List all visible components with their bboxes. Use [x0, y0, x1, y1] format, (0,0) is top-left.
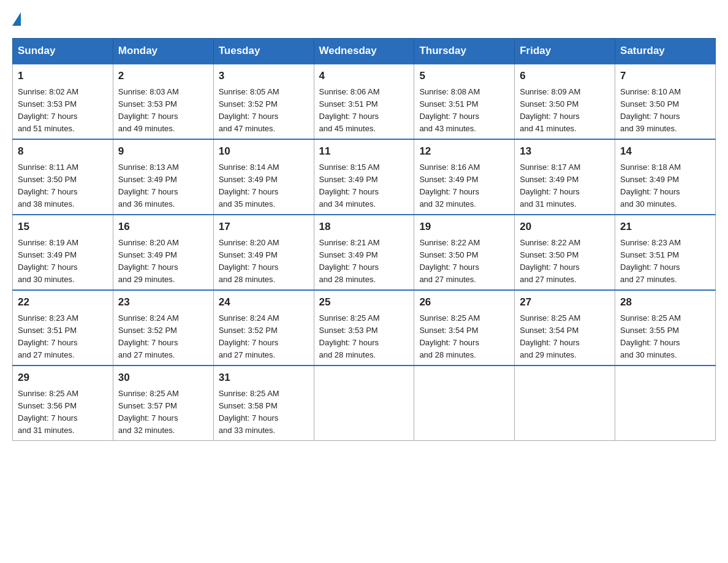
- day-number: 12: [419, 144, 509, 159]
- day-number: 19: [419, 219, 509, 235]
- day-number: 25: [319, 294, 409, 310]
- calendar-week-row: 22Sunrise: 8:23 AMSunset: 3:51 PMDayligh…: [13, 290, 716, 366]
- calendar-cell: 6Sunrise: 8:09 AMSunset: 3:50 PMDaylight…: [515, 64, 615, 139]
- day-info: Sunrise: 8:25 AMSunset: 3:54 PMDaylight:…: [419, 313, 480, 359]
- calendar-cell: 3Sunrise: 8:05 AMSunset: 3:52 PMDaylight…: [213, 64, 314, 139]
- day-info: Sunrise: 8:18 AMSunset: 3:49 PMDaylight:…: [620, 163, 681, 209]
- day-info: Sunrise: 8:03 AMSunset: 3:53 PMDaylight:…: [118, 87, 179, 133]
- day-info: Sunrise: 8:15 AMSunset: 3:49 PMDaylight:…: [319, 163, 380, 209]
- calendar-header-wednesday: Wednesday: [314, 39, 414, 64]
- day-number: 14: [620, 144, 710, 159]
- calendar-cell: 25Sunrise: 8:25 AMSunset: 3:53 PMDayligh…: [314, 290, 414, 366]
- calendar-cell: 4Sunrise: 8:06 AMSunset: 3:51 PMDaylight…: [314, 64, 414, 139]
- day-info: Sunrise: 8:09 AMSunset: 3:50 PMDaylight:…: [520, 87, 580, 133]
- calendar-cell: 17Sunrise: 8:20 AMSunset: 3:49 PMDayligh…: [213, 215, 314, 290]
- day-number: 8: [18, 144, 108, 159]
- calendar-header-thursday: Thursday: [414, 39, 515, 64]
- calendar-cell: 16Sunrise: 8:20 AMSunset: 3:49 PMDayligh…: [113, 215, 213, 290]
- day-number: 5: [419, 68, 509, 84]
- day-number: 6: [520, 68, 610, 84]
- calendar-cell: 20Sunrise: 8:22 AMSunset: 3:50 PMDayligh…: [515, 215, 615, 290]
- calendar-header-sunday: Sunday: [13, 39, 113, 64]
- day-number: 22: [18, 294, 108, 310]
- day-number: 26: [419, 294, 509, 310]
- day-info: Sunrise: 8:25 AMSunset: 3:55 PMDaylight:…: [620, 313, 681, 359]
- day-info: Sunrise: 8:23 AMSunset: 3:51 PMDaylight:…: [620, 238, 681, 284]
- day-number: 27: [520, 294, 610, 310]
- day-info: Sunrise: 8:13 AMSunset: 3:49 PMDaylight:…: [118, 163, 179, 209]
- calendar-cell: 30Sunrise: 8:25 AMSunset: 3:57 PMDayligh…: [113, 366, 213, 441]
- calendar-week-row: 29Sunrise: 8:25 AMSunset: 3:56 PMDayligh…: [13, 366, 716, 441]
- day-number: 2: [118, 68, 208, 84]
- page-header: [12, 12, 716, 26]
- calendar-cell: 13Sunrise: 8:17 AMSunset: 3:49 PMDayligh…: [515, 139, 615, 215]
- calendar-cell: 1Sunrise: 8:02 AMSunset: 3:53 PMDaylight…: [13, 64, 113, 139]
- calendar-cell: 29Sunrise: 8:25 AMSunset: 3:56 PMDayligh…: [13, 366, 113, 441]
- calendar-cell: 18Sunrise: 8:21 AMSunset: 3:49 PMDayligh…: [314, 215, 414, 290]
- day-info: Sunrise: 8:25 AMSunset: 3:58 PMDaylight:…: [219, 389, 279, 435]
- day-info: Sunrise: 8:08 AMSunset: 3:51 PMDaylight:…: [419, 87, 480, 133]
- calendar-cell: 10Sunrise: 8:14 AMSunset: 3:49 PMDayligh…: [213, 139, 314, 215]
- calendar-cell: 15Sunrise: 8:19 AMSunset: 3:49 PMDayligh…: [13, 215, 113, 290]
- day-number: 13: [520, 144, 610, 159]
- day-info: Sunrise: 8:22 AMSunset: 3:50 PMDaylight:…: [419, 238, 480, 284]
- day-number: 9: [118, 144, 208, 159]
- day-info: Sunrise: 8:23 AMSunset: 3:51 PMDaylight:…: [18, 313, 78, 359]
- calendar-cell: 22Sunrise: 8:23 AMSunset: 3:51 PMDayligh…: [13, 290, 113, 366]
- day-number: 21: [620, 219, 710, 235]
- day-number: 28: [620, 294, 710, 310]
- calendar-table: SundayMondayTuesdayWednesdayThursdayFrid…: [12, 38, 716, 441]
- calendar-header-monday: Monday: [113, 39, 213, 64]
- day-info: Sunrise: 8:24 AMSunset: 3:52 PMDaylight:…: [219, 313, 279, 359]
- day-number: 15: [18, 219, 108, 235]
- day-number: 1: [18, 68, 108, 84]
- day-info: Sunrise: 8:25 AMSunset: 3:56 PMDaylight:…: [18, 389, 78, 435]
- day-info: Sunrise: 8:11 AMSunset: 3:50 PMDaylight:…: [18, 163, 78, 209]
- day-info: Sunrise: 8:06 AMSunset: 3:51 PMDaylight:…: [319, 87, 380, 133]
- calendar-cell: [515, 366, 615, 441]
- day-info: Sunrise: 8:19 AMSunset: 3:49 PMDaylight:…: [18, 238, 78, 284]
- calendar-cell: 31Sunrise: 8:25 AMSunset: 3:58 PMDayligh…: [213, 366, 314, 441]
- day-number: 29: [18, 370, 108, 386]
- day-info: Sunrise: 8:24 AMSunset: 3:52 PMDaylight:…: [118, 313, 179, 359]
- calendar-header-saturday: Saturday: [615, 39, 716, 64]
- calendar-cell: [414, 366, 515, 441]
- day-number: 30: [118, 370, 208, 386]
- calendar-week-row: 1Sunrise: 8:02 AMSunset: 3:53 PMDaylight…: [13, 64, 716, 139]
- calendar-cell: 2Sunrise: 8:03 AMSunset: 3:53 PMDaylight…: [113, 64, 213, 139]
- calendar-header-tuesday: Tuesday: [213, 39, 314, 64]
- day-number: 11: [319, 144, 409, 159]
- calendar-week-row: 15Sunrise: 8:19 AMSunset: 3:49 PMDayligh…: [13, 215, 716, 290]
- day-info: Sunrise: 8:05 AMSunset: 3:52 PMDaylight:…: [219, 87, 279, 133]
- day-number: 7: [620, 68, 710, 84]
- calendar-cell: 21Sunrise: 8:23 AMSunset: 3:51 PMDayligh…: [615, 215, 716, 290]
- calendar-cell: 27Sunrise: 8:25 AMSunset: 3:54 PMDayligh…: [515, 290, 615, 366]
- day-info: Sunrise: 8:16 AMSunset: 3:49 PMDaylight:…: [419, 163, 480, 209]
- logo: [12, 12, 22, 26]
- day-info: Sunrise: 8:25 AMSunset: 3:54 PMDaylight:…: [520, 313, 580, 359]
- calendar-cell: 26Sunrise: 8:25 AMSunset: 3:54 PMDayligh…: [414, 290, 515, 366]
- calendar-cell: 19Sunrise: 8:22 AMSunset: 3:50 PMDayligh…: [414, 215, 515, 290]
- day-number: 4: [319, 68, 409, 84]
- day-number: 31: [219, 370, 309, 386]
- day-info: Sunrise: 8:22 AMSunset: 3:50 PMDaylight:…: [520, 238, 580, 284]
- calendar-cell: 8Sunrise: 8:11 AMSunset: 3:50 PMDaylight…: [13, 139, 113, 215]
- calendar-cell: 14Sunrise: 8:18 AMSunset: 3:49 PMDayligh…: [615, 139, 716, 215]
- day-info: Sunrise: 8:14 AMSunset: 3:49 PMDaylight:…: [219, 163, 279, 209]
- day-info: Sunrise: 8:25 AMSunset: 3:53 PMDaylight:…: [319, 313, 380, 359]
- calendar-cell: [314, 366, 414, 441]
- calendar-week-row: 8Sunrise: 8:11 AMSunset: 3:50 PMDaylight…: [13, 139, 716, 215]
- calendar-cell: 23Sunrise: 8:24 AMSunset: 3:52 PMDayligh…: [113, 290, 213, 366]
- day-number: 23: [118, 294, 208, 310]
- day-info: Sunrise: 8:25 AMSunset: 3:57 PMDaylight:…: [118, 389, 179, 435]
- day-number: 16: [118, 219, 208, 235]
- day-number: 17: [219, 219, 309, 235]
- day-info: Sunrise: 8:17 AMSunset: 3:49 PMDaylight:…: [520, 163, 580, 209]
- calendar-header-friday: Friday: [515, 39, 615, 64]
- calendar-cell: 11Sunrise: 8:15 AMSunset: 3:49 PMDayligh…: [314, 139, 414, 215]
- day-info: Sunrise: 8:21 AMSunset: 3:49 PMDaylight:…: [319, 238, 380, 284]
- day-number: 10: [219, 144, 309, 159]
- day-number: 18: [319, 219, 409, 235]
- calendar-cell: 5Sunrise: 8:08 AMSunset: 3:51 PMDaylight…: [414, 64, 515, 139]
- calendar-cell: 28Sunrise: 8:25 AMSunset: 3:55 PMDayligh…: [615, 290, 716, 366]
